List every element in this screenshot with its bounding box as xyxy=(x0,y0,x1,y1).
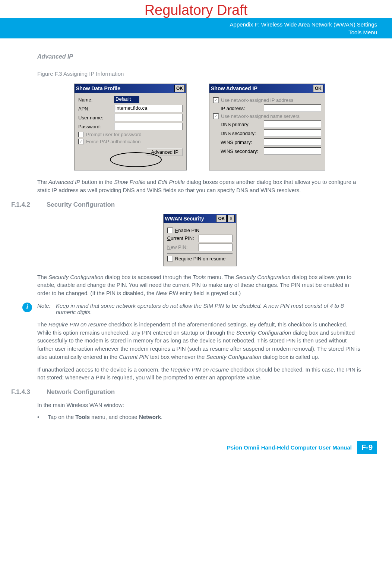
use-name-label: Use network-assigned name servers xyxy=(221,113,300,119)
force-pap-label: Force PAP authentication xyxy=(86,139,140,144)
username-label: User name: xyxy=(78,115,112,120)
dialog3-title: WWAN Security xyxy=(165,216,204,222)
security-config-number: F.1.4.2 xyxy=(11,201,32,209)
show-data-profile-dialog: Show Data Profile OK Name: Default APN: … xyxy=(74,84,187,170)
enable-pin-label: Enable PIN xyxy=(175,228,200,233)
dns-primary-input[interactable] xyxy=(264,120,321,128)
security-paragraph-1: The Security Configuration dialog box is… xyxy=(37,273,362,297)
wins-primary-input[interactable] xyxy=(264,138,321,146)
enable-pin-checkbox[interactable] xyxy=(167,228,173,233)
password-label: Password: xyxy=(78,124,112,129)
dialog2-title: Show Advanced IP xyxy=(211,85,257,91)
security-paragraph-2: The Require PIN on resume checkbox is in… xyxy=(37,320,362,361)
name-label: Name: xyxy=(78,97,112,103)
wins-secondary-input[interactable] xyxy=(264,147,321,155)
footer-text: Psion Omnii Hand-Held Computer User Manu… xyxy=(227,444,352,451)
watermark: Regulatory Draft xyxy=(0,0,392,18)
use-ip-label: Use network-assigned IP address xyxy=(221,97,293,103)
prompt-label: Prompt user for password xyxy=(86,132,142,137)
wins-secondary-label: WINS secondary: xyxy=(221,148,262,154)
dialog3-close-button[interactable]: × xyxy=(227,215,234,222)
dialog2-ok-button[interactable]: OK xyxy=(313,85,323,92)
dialog1-ok-button[interactable]: OK xyxy=(174,85,185,92)
use-ip-checkbox[interactable]: ✓ xyxy=(213,97,219,103)
page-number: F-9 xyxy=(357,441,377,454)
username-input[interactable] xyxy=(114,114,183,121)
dns-secondary-input[interactable] xyxy=(264,129,321,137)
dialog1-title: Show Data Profile xyxy=(76,85,120,91)
info-icon: i xyxy=(22,303,32,312)
dns-secondary-label: DNS secondary: xyxy=(221,131,262,136)
network-config-title: Network Configuration xyxy=(47,388,115,396)
note-label: Note: xyxy=(37,303,53,315)
apn-label: APN: xyxy=(78,106,112,112)
advanced-ip-heading: Advanced IP xyxy=(37,53,362,60)
wins-primary-label: WINS primary: xyxy=(221,140,262,145)
show-advanced-ip-dialog: Show Advanced IP OK ✓ Use network-assign… xyxy=(209,84,325,170)
use-name-checkbox[interactable]: ✓ xyxy=(213,113,219,119)
ip-address-input[interactable] xyxy=(264,104,321,112)
require-pin-label: Require PIN on resume xyxy=(175,256,226,262)
header-line1: Appendix F: Wireless Wide Area Network (… xyxy=(0,21,377,28)
apn-input[interactable]: internet.fido.ca xyxy=(114,105,183,112)
current-pin-label: Current PIN: xyxy=(167,235,196,241)
prompt-checkbox[interactable] xyxy=(78,132,84,137)
require-pin-checkbox[interactable] xyxy=(167,256,173,262)
header-bar: Appendix F: Wireless Wide Area Network (… xyxy=(0,18,392,38)
dialog3-ok-button[interactable]: OK xyxy=(216,215,227,222)
note-text: Keep in mind that some network operators… xyxy=(56,303,362,315)
force-pap-checkbox[interactable]: ✓ xyxy=(78,139,84,144)
bullet-item: • Tap on the Tools menu, and choose Netw… xyxy=(37,414,362,420)
password-input[interactable] xyxy=(114,123,183,130)
dns-primary-label: DNS primary: xyxy=(221,122,262,127)
security-paragraph-3: If unauthorized access to the device is … xyxy=(37,366,362,382)
figure-caption: Figure F.3 Assigning IP Information xyxy=(37,71,362,77)
header-line2: Tools Menu xyxy=(0,28,377,36)
advanced-ip-button[interactable]: AAdvanced IPdvanced IP xyxy=(147,148,183,156)
new-pin-label: New PIN: xyxy=(167,244,196,250)
advanced-ip-paragraph: The Advanced IP button in the Show Profi… xyxy=(37,178,362,194)
current-pin-input[interactable] xyxy=(199,235,233,242)
wwan-security-dialog: WWAN Security OK × Enable PIN Current PI… xyxy=(163,214,237,266)
name-input[interactable]: Default xyxy=(114,96,139,103)
security-config-title: Security Configuration xyxy=(47,201,115,209)
network-config-number: F.1.4.3 xyxy=(11,388,32,396)
new-pin-input[interactable] xyxy=(199,244,233,251)
ip-address-label: IP address: xyxy=(221,106,262,111)
network-paragraph: In the main Wireless WAN window: xyxy=(37,401,362,409)
